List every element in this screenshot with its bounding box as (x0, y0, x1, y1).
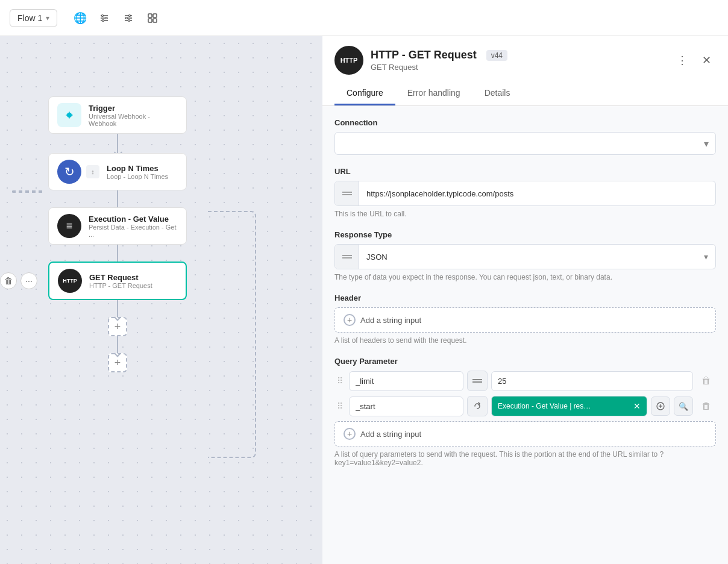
execution-tag-text: Execution - Get Value | res… (498, 402, 591, 410)
url-section: URL This is the URL to call. (334, 167, 716, 218)
panel-content: Connection URL (322, 106, 728, 564)
right-panel: HTTP HTTP - GET Request v44 GET Request … (322, 36, 728, 564)
panel-tabs: Configure Error handling Details (334, 82, 716, 105)
svg-rect-13 (153, 14, 157, 17)
param-op-btn-1[interactable] (467, 371, 488, 391)
header-hint: A list of headers to send with the reque… (334, 336, 716, 345)
header-section: Header + Add a string input A list of he… (334, 293, 716, 345)
header-label: Header (334, 293, 716, 302)
flow-label: Flow 1 (17, 13, 42, 23)
svg-point-10 (126, 17, 128, 19)
connector-1 (117, 134, 118, 153)
loop-node[interactable]: ↻ ↕ Loop N Times Loop - Loop N Times (48, 153, 187, 190)
nav-icons: 🌐 (69, 7, 163, 29)
response-type-select[interactable]: JSON Text Binary (359, 246, 697, 268)
execution-node-title: Execution - Get Value (89, 215, 178, 224)
trigger-node[interactable]: Trigger Universal Webhook - Webhook (48, 96, 187, 134)
filter-icon-btn[interactable] (93, 7, 115, 29)
http-icon: HTTP (58, 269, 82, 293)
drag-handle-1[interactable]: ⠿ (334, 376, 345, 386)
add-query-param-icon: + (344, 428, 356, 440)
grid-icon-btn[interactable] (142, 7, 163, 29)
add-header-btn[interactable]: + Add a string input (334, 307, 716, 333)
connection-section: Connection (334, 118, 716, 155)
execution-node[interactable]: ≡ Execution - Get Value Persist Data - E… (48, 207, 187, 245)
svg-rect-14 (148, 19, 152, 22)
flow-node-list: Trigger Universal Webhook - Webhook ↻ ↕ … (48, 96, 187, 372)
query-param-hint: A list of query parameters to send with … (334, 450, 716, 467)
connection-label: Connection (334, 118, 716, 127)
param-key-2[interactable] (349, 396, 463, 416)
svg-point-5 (102, 19, 104, 21)
param-op-btn-2[interactable] (467, 396, 488, 416)
loop-node-title: Loop N Times (107, 164, 168, 173)
adjust-icon-btn[interactable] (118, 7, 139, 29)
execution-icon: ≡ (57, 214, 81, 238)
query-param-section: Query Parameter ⠿ 🗑 ⠿ (334, 357, 716, 467)
svg-point-4 (105, 17, 107, 19)
svg-point-11 (128, 19, 130, 21)
tab-error-handling[interactable]: Error handling (395, 82, 472, 105)
tab-configure[interactable]: Configure (334, 82, 395, 105)
param-row-1: ⠿ 🗑 (334, 371, 716, 391)
get-request-node-subtitle: HTTP - GET Request (89, 282, 152, 289)
http-badge-large: HTTP (334, 46, 363, 75)
response-equals-icon (335, 245, 359, 269)
add-query-param-btn[interactable]: + Add a string input (334, 421, 716, 446)
svg-point-9 (129, 14, 131, 16)
response-type-label: Response Type (334, 230, 716, 239)
get-request-node[interactable]: HTTP GET Request HTTP - GET Request (48, 262, 187, 300)
panel-close-btn[interactable]: ✕ (697, 51, 716, 70)
param-value-1[interactable] (491, 371, 693, 391)
response-chevron-icon: ▾ (697, 252, 715, 262)
trigger-icon (57, 103, 81, 127)
loop-bracket (12, 190, 42, 193)
connector-3 (117, 245, 118, 262)
param-search-btn[interactable]: 🔍 (674, 396, 693, 416)
execution-node-text: Execution - Get Value Persist Data - Exe… (89, 215, 178, 238)
node-action-buttons: 🗑 ··· (0, 272, 37, 289)
loop-node-badge: ↕ (86, 165, 99, 178)
globe-icon-btn[interactable]: 🌐 (69, 7, 91, 29)
add-header-label: Add a string input (360, 316, 421, 325)
node-delete-btn[interactable]: 🗑 (0, 272, 17, 289)
tab-details[interactable]: Details (472, 82, 522, 105)
add-header-icon: + (344, 314, 356, 326)
get-request-node-title: GET Request (89, 273, 152, 282)
version-badge: v44 (486, 50, 507, 61)
param-delete-2[interactable]: 🗑 (697, 396, 716, 416)
panel-node-title: HTTP - GET Request (371, 49, 477, 61)
svg-point-3 (102, 14, 104, 16)
param-delete-1[interactable]: 🗑 (697, 371, 716, 390)
query-param-label: Query Parameter (334, 357, 716, 366)
connector-5 (117, 336, 118, 353)
trigger-node-text: Trigger Universal Webhook - Webhook (89, 104, 178, 127)
param-execution-tag: Execution - Get Value | res… ✕ (491, 396, 647, 416)
response-type-section: Response Type JSON Text Binary ▾ (334, 230, 716, 281)
connector-2 (117, 190, 118, 207)
url-equals-icon (335, 181, 359, 205)
svg-rect-12 (148, 14, 152, 17)
panel-node-subtitle: GET Request (371, 63, 507, 72)
url-input[interactable] (359, 183, 715, 204)
panel-title-area: HTTP HTTP - GET Request v44 GET Request (334, 46, 507, 75)
connector-4 (117, 300, 118, 317)
get-request-node-wrapper: 🗑 ··· HTTP GET Request HTTP - GET Reques… (48, 262, 187, 300)
connection-select[interactable] (334, 132, 716, 155)
response-type-hint: The type of data you expect in the respo… (334, 273, 716, 281)
panel-more-btn[interactable]: ⋮ (673, 51, 692, 70)
param-row-2: ⠿ Execution - Get Value | res… ✕ (334, 396, 716, 416)
param-map-btn[interactable] (651, 396, 670, 416)
param-execution-close-btn[interactable]: ✕ (633, 401, 641, 411)
flow-selector[interactable]: Flow 1 ▾ (10, 9, 57, 27)
url-label: URL (334, 167, 716, 176)
param-key-1[interactable] (349, 371, 463, 391)
drag-handle-2[interactable]: ⠿ (334, 401, 345, 411)
loop-node-subtitle: Loop - Loop N Times (107, 173, 168, 180)
loop-node-text: Loop N Times Loop - Loop N Times (107, 164, 168, 180)
node-more-btn[interactable]: ··· (20, 272, 37, 289)
url-field (334, 181, 716, 206)
url-hint: This is the URL to call. (334, 210, 716, 218)
trigger-node-subtitle: Universal Webhook - Webhook (89, 113, 178, 127)
flow-canvas[interactable]: Trigger Universal Webhook - Webhook ↻ ↕ … (0, 36, 322, 564)
